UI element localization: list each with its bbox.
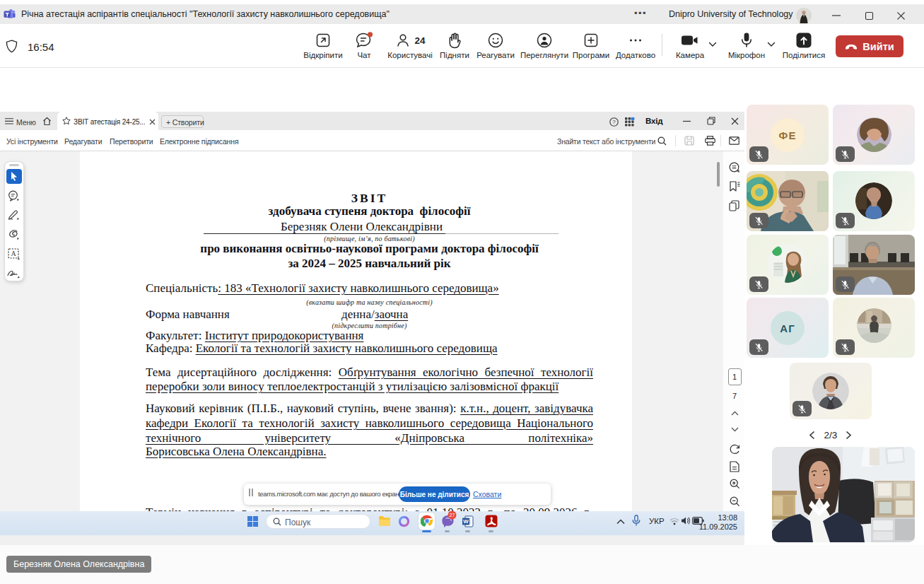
svg-text:?: ?: [612, 119, 616, 125]
svg-text:A: A: [11, 250, 16, 257]
svg-text:27: 27: [450, 513, 455, 518]
svg-text:W: W: [463, 518, 469, 525]
